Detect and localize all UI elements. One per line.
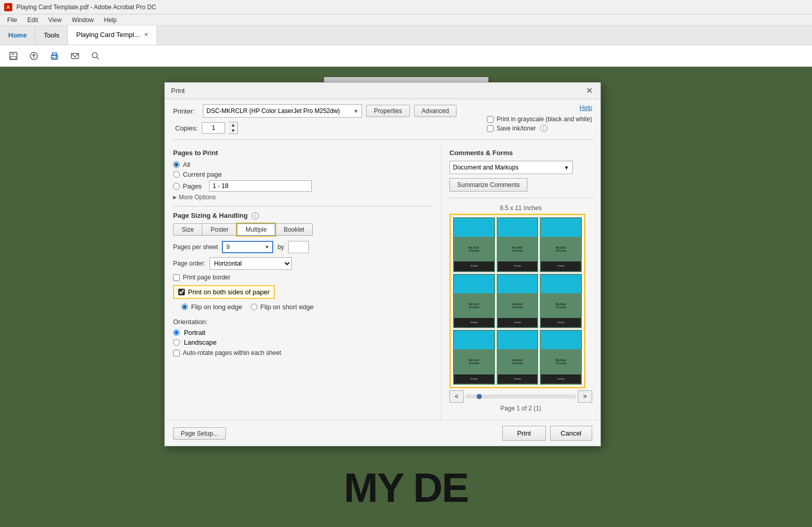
print-page-border-checkbox[interactable] — [173, 274, 180, 281]
save-ink-info-icon[interactable]: i — [540, 125, 547, 132]
next-page-button[interactable]: > — [578, 390, 592, 403]
printer-row: Printer: DSC-MKRCLR (HP Color LaserJet P… — [173, 104, 457, 118]
svg-rect-6 — [52, 53, 56, 55]
menu-view[interactable]: View — [43, 15, 67, 25]
printer-dropdown-arrow: ▼ — [353, 108, 358, 114]
pages-range-input[interactable] — [209, 180, 312, 192]
dialog-left: Pages to Print All Current page Pages — [165, 145, 441, 420]
comments-dropdown-arrow: ▼ — [564, 165, 569, 171]
print-button[interactable] — [47, 49, 62, 63]
svg-point-10 — [92, 52, 98, 58]
landscape-radio[interactable] — [173, 339, 180, 346]
page-sizing-header: Page Sizing & Handling i — [173, 212, 432, 219]
copies-input[interactable] — [202, 122, 225, 134]
tab-close-icon[interactable]: ✕ — [144, 31, 148, 38]
page-order-select[interactable]: Horizontal Vertical Horizontal Reversed … — [210, 257, 292, 270]
flip-long-row[interactable]: Flip on long edge — [181, 303, 242, 311]
flip-short-row[interactable]: Flip on short edge — [251, 303, 314, 311]
tab-booklet[interactable]: Booklet — [275, 223, 313, 236]
dialog-main: Pages to Print All Current page Pages — [165, 145, 600, 420]
page-sizing-info-icon[interactable]: i — [252, 212, 259, 219]
flip-long-radio[interactable] — [181, 304, 188, 310]
print-button[interactable]: Print — [502, 426, 546, 441]
comments-forms-dropdown[interactable]: Document and Markups ▼ — [449, 161, 573, 174]
dialog-top-section: Printer: DSC-MKRCLR (HP Color LaserJet P… — [165, 99, 600, 134]
print-both-sides-checkbox[interactable] — [178, 289, 185, 295]
menu-help[interactable]: Help — [99, 15, 122, 25]
radio-current: Current page — [173, 171, 432, 178]
advanced-button[interactable]: Advanced — [414, 105, 457, 117]
menu-edit[interactable]: Edit — [22, 15, 43, 25]
tab-size[interactable]: Size — [173, 223, 202, 236]
page-progress-thumb — [477, 394, 482, 399]
portrait-radio[interactable] — [173, 329, 180, 336]
dialog-close-button[interactable]: ✕ — [584, 86, 594, 96]
svg-rect-1 — [11, 52, 14, 55]
pages-per-sheet-input[interactable]: 9 ▼ — [222, 241, 273, 253]
auto-rotate-checkbox[interactable] — [173, 350, 180, 356]
auto-rotate-row[interactable]: Auto-rotate pages within each sheet — [173, 349, 432, 356]
save-ink-checkbox[interactable] — [487, 125, 494, 132]
print-both-sides-row[interactable]: Print on both sides of paper — [173, 285, 275, 299]
properties-button[interactable]: Properties — [366, 105, 410, 117]
pages-by-input[interactable] — [288, 241, 309, 253]
radio-all-input[interactable] — [173, 161, 180, 168]
dialog-right: Comments & Forms Document and Markups ▼ … — [441, 145, 600, 420]
save-ink-checkbox-row[interactable]: Save ink/toner i — [487, 125, 547, 132]
landscape-row: Landscape — [173, 338, 432, 346]
both-sides-container: Print on both sides of paper — [173, 285, 432, 301]
page-setup-button[interactable]: Page Setup... — [173, 427, 226, 440]
tab-poster[interactable]: Poster — [202, 223, 237, 236]
cancel-button[interactable]: Cancel — [550, 426, 592, 441]
preview-card-7: My Deckof Cards The Game — [453, 330, 495, 385]
app-icon: A — [4, 3, 12, 11]
printer-select[interactable]: DSC-MKRCLR (HP Color LaserJet Pro M252dw… — [203, 104, 362, 118]
copies-increment[interactable]: ▲ — [229, 122, 237, 128]
content-area: MY DE Print ✕ Printer: DSC-MKRCLR (HP Co… — [0, 67, 812, 527]
menu-bar: File Edit View Window Help — [0, 14, 812, 26]
footer-buttons: Print Cancel — [502, 426, 592, 441]
radio-current-input[interactable] — [173, 171, 180, 178]
tab-multiple[interactable]: Multiple — [237, 223, 275, 236]
preview-size-label: 8.5 x 11 Inches — [449, 204, 592, 212]
toolbar — [0, 45, 812, 67]
email-button[interactable] — [68, 49, 82, 63]
help-button[interactable]: Help — [579, 104, 592, 111]
upload-button[interactable] — [27, 49, 41, 63]
search-button[interactable] — [88, 49, 103, 63]
preview-card-3: My Deckof Cards The Game — [540, 217, 582, 272]
menu-window[interactable]: Window — [67, 15, 99, 25]
tab-document[interactable]: Playing Card Templ... ✕ — [68, 26, 157, 45]
tab-bar: Home Tools Playing Card Templ... ✕ — [0, 26, 812, 45]
tab-tools[interactable]: Tools — [35, 26, 68, 45]
grayscale-checkbox-row[interactable]: Print in grayscale (black and white) — [487, 116, 592, 123]
copies-decrement[interactable]: ▼ — [229, 128, 237, 134]
more-options-toggle[interactable]: ▶ More Options — [173, 194, 432, 201]
title-bar: A Playing Card Template.pdf - Adobe Acro… — [0, 0, 812, 14]
radio-pages-input[interactable] — [173, 183, 180, 190]
preview-card-9: My Deckof Cards The Game — [540, 330, 582, 385]
svg-line-11 — [97, 57, 99, 59]
tab-home[interactable]: Home — [0, 26, 35, 45]
menu-file[interactable]: File — [2, 15, 22, 25]
pages-per-sheet-row: Pages per sheet 9 ▼ by — [173, 241, 432, 253]
page-progress-bar[interactable] — [466, 394, 576, 399]
flip-short-radio[interactable] — [251, 304, 257, 310]
prev-page-button[interactable]: < — [449, 390, 464, 403]
svg-rect-2 — [11, 57, 16, 59]
pages-to-print-title: Pages to Print — [173, 149, 432, 157]
preview-card-6: My Deckof Cards The Game — [540, 274, 582, 329]
copies-label: Copies: — [175, 124, 198, 132]
save-button[interactable] — [6, 49, 21, 63]
preview-nav: < > — [449, 390, 592, 403]
page-order-row: Page order: Horizontal Vertical Horizont… — [173, 257, 432, 270]
preview-card-8: My Deckof Cards The Game — [497, 330, 539, 385]
orientation-label: Orientation: — [173, 318, 207, 326]
dialog-footer: Page Setup... Print Cancel — [165, 420, 600, 446]
print-page-border-row[interactable]: Print page border — [173, 274, 432, 281]
grayscale-section: Help Print in grayscale (black and white… — [487, 104, 592, 132]
svg-point-8 — [56, 56, 57, 57]
flip-options-row: Flip on long edge Flip on short edge — [181, 303, 432, 313]
summarize-comments-button[interactable]: Summarize Comments — [449, 178, 527, 192]
grayscale-checkbox[interactable] — [487, 116, 494, 123]
